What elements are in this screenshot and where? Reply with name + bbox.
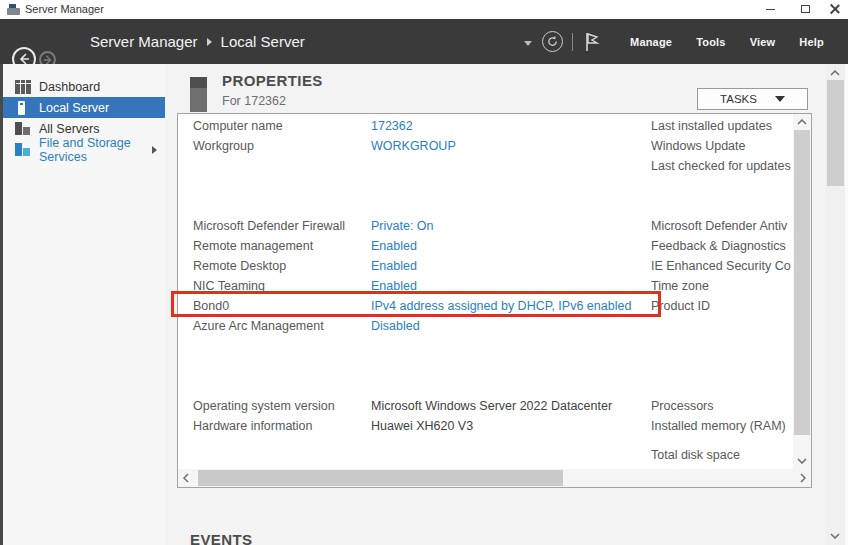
property-label: Computer name bbox=[193, 119, 365, 133]
sidebar-item-file-storage-services[interactable]: File and Storage Services bbox=[3, 139, 165, 160]
property-label: Remote Desktop bbox=[193, 259, 365, 273]
maximize-icon bbox=[801, 5, 810, 13]
property-label: Operating system version bbox=[193, 399, 365, 413]
property-value-link[interactable]: Enabled bbox=[371, 259, 671, 273]
sidebar-item-label: Local Server bbox=[39, 101, 109, 115]
dashboard-icon bbox=[15, 80, 31, 94]
all-servers-icon bbox=[15, 122, 31, 136]
property-value-link[interactable]: Private: On bbox=[371, 219, 671, 233]
property-label: Microsoft Defender Antiv bbox=[651, 219, 791, 237]
minimize-icon bbox=[766, 9, 775, 10]
property-value-link[interactable]: Enabled bbox=[371, 239, 671, 253]
properties-heading: PROPERTIES bbox=[222, 72, 323, 89]
annotation-highlight-box bbox=[171, 291, 661, 317]
maximize-button[interactable] bbox=[790, 0, 820, 18]
close-button[interactable] bbox=[820, 0, 848, 18]
menu-view[interactable]: View bbox=[738, 36, 788, 48]
sidebar: Dashboard Local Server All Servers File … bbox=[3, 64, 165, 545]
server-manager-window: Server Manager Server Manager Local Serv… bbox=[0, 0, 848, 545]
property-label: Product ID bbox=[651, 299, 791, 317]
sidebar-item-local-server[interactable]: Local Server bbox=[3, 97, 165, 118]
property-value: Microsoft Windows Server 2022 Datacenter bbox=[371, 399, 671, 413]
window-title: Server Manager bbox=[25, 3, 104, 15]
titlebar: Server Manager bbox=[0, 0, 848, 19]
property-value-link[interactable]: WORKGROUP bbox=[371, 139, 671, 153]
panel-vertical-scrollbar[interactable] bbox=[793, 114, 811, 469]
scrollbar-thumb[interactable] bbox=[827, 80, 844, 186]
property-value: Huawei XH620 V3 bbox=[371, 419, 671, 433]
properties-server-icon bbox=[190, 77, 207, 112]
sidebar-item-label: File and Storage Services bbox=[39, 136, 165, 164]
breadcrumb-separator-icon bbox=[207, 38, 212, 46]
properties-subheading: For 172362 bbox=[222, 94, 286, 108]
property-label: IE Enhanced Security Con bbox=[651, 259, 791, 277]
property-label: Installed memory (RAM) bbox=[651, 419, 791, 437]
server-manager-app-icon bbox=[7, 4, 20, 15]
breadcrumb-current: Local Server bbox=[221, 33, 305, 50]
minimize-button[interactable] bbox=[755, 0, 785, 18]
menu-manage[interactable]: Manage bbox=[618, 36, 684, 48]
property-label: Total disk space bbox=[651, 448, 791, 466]
property-label: Time zone bbox=[651, 279, 791, 297]
property-label: Remote management bbox=[193, 239, 365, 253]
property-label: Windows Update bbox=[651, 139, 791, 157]
tasks-button-label: TASKS bbox=[720, 93, 757, 105]
breadcrumb: Server Manager Local Server bbox=[90, 19, 305, 64]
scroll-down-icon[interactable] bbox=[827, 528, 843, 544]
properties-panel: Computer name 172362 Workgroup WORKGROUP… bbox=[177, 113, 812, 488]
sidebar-item-dashboard[interactable]: Dashboard bbox=[3, 76, 165, 97]
local-server-icon bbox=[15, 101, 31, 115]
property-label: Last checked for updates bbox=[651, 159, 791, 177]
close-icon bbox=[830, 4, 840, 14]
flag-icon bbox=[584, 32, 600, 52]
property-label: Last installed updates bbox=[651, 119, 791, 137]
events-heading: EVENTS bbox=[190, 531, 252, 545]
scroll-down-icon[interactable] bbox=[794, 453, 810, 469]
page-vertical-scrollbar[interactable] bbox=[826, 64, 845, 545]
scrollbar-thumb[interactable] bbox=[198, 470, 563, 486]
tasks-button[interactable]: TASKS bbox=[697, 88, 808, 110]
navbar-divider bbox=[572, 33, 573, 51]
property-label: Azure Arc Management bbox=[193, 319, 365, 333]
navbar-right: Manage Tools View Help bbox=[524, 19, 836, 64]
sidebar-item-label: Dashboard bbox=[39, 80, 100, 94]
notifications-button[interactable] bbox=[584, 32, 600, 52]
property-label: Feedback & Diagnostics bbox=[651, 239, 791, 257]
scroll-right-icon[interactable] bbox=[795, 470, 811, 486]
scroll-up-icon[interactable] bbox=[794, 114, 810, 130]
panel-horizontal-scrollbar[interactable] bbox=[178, 469, 811, 487]
refresh-icon bbox=[546, 35, 559, 48]
menu-help[interactable]: Help bbox=[787, 36, 836, 48]
scrollbar-thumb[interactable] bbox=[794, 130, 810, 435]
menu-tools[interactable]: Tools bbox=[684, 36, 738, 48]
forward-arrow-icon bbox=[43, 55, 53, 65]
property-value-link[interactable]: Disabled bbox=[371, 319, 671, 333]
refresh-dropdown-caret[interactable] bbox=[524, 41, 532, 46]
sidebar-item-label: All Servers bbox=[39, 122, 99, 136]
property-label: Hardware information bbox=[193, 419, 365, 433]
refresh-button[interactable] bbox=[542, 31, 563, 52]
property-label: Workgroup bbox=[193, 139, 365, 153]
tasks-dropdown-icon bbox=[775, 96, 785, 102]
scroll-up-icon[interactable] bbox=[827, 65, 843, 81]
expand-arrow-icon[interactable] bbox=[152, 146, 157, 154]
file-storage-services-icon bbox=[15, 143, 31, 157]
property-label: Processors bbox=[651, 399, 791, 417]
scroll-left-icon[interactable] bbox=[178, 470, 194, 486]
breadcrumb-root[interactable]: Server Manager bbox=[90, 33, 198, 50]
navbar: Server Manager Local Server Manage Tools bbox=[0, 19, 848, 64]
property-label: Microsoft Defender Firewall bbox=[193, 219, 365, 233]
property-value-link[interactable]: 172362 bbox=[371, 119, 671, 133]
